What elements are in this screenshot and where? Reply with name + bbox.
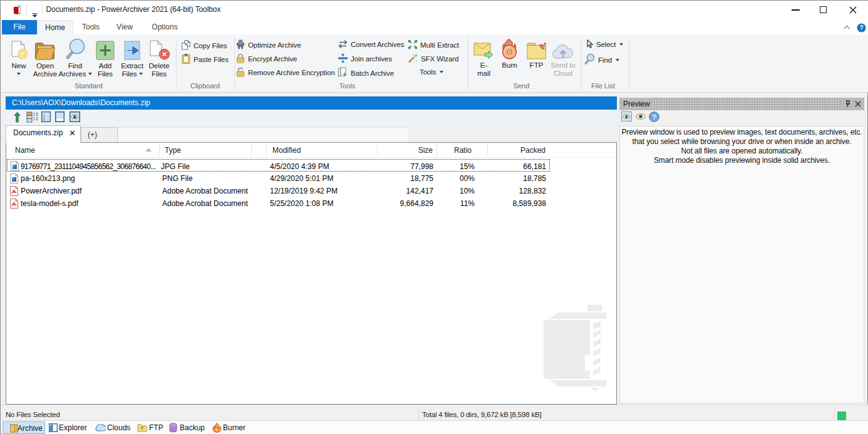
svg-text:?: ? xyxy=(652,113,656,121)
svg-text:?: ? xyxy=(859,24,863,31)
